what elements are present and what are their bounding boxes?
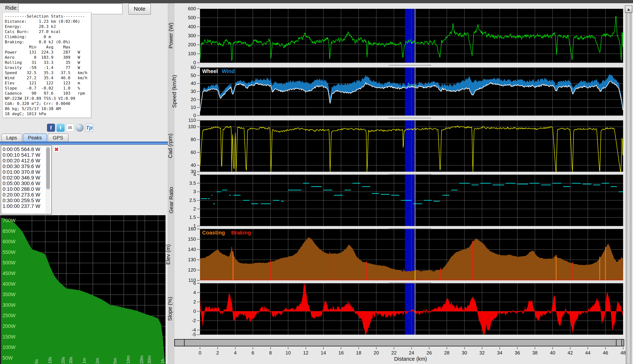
meanmax-ytick: 650W — [2, 228, 16, 234]
ytick-power: 600 — [176, 6, 196, 12]
xtick-label: 32 — [475, 350, 489, 356]
chart-separator[interactable] — [200, 64, 623, 67]
separator-slider[interactable] — [389, 174, 431, 174]
xtick-label: 14 — [316, 350, 331, 356]
ytick-elevation: 160 — [176, 226, 196, 232]
legend-braking: Braking — [231, 230, 251, 236]
peak-row[interactable]: 0:00:30 379.6 W — [2, 164, 51, 169]
selection-stats-panel: ---------Selection Stats--------- Distan… — [2, 12, 91, 118]
ytick-slope: 2 — [176, 299, 196, 305]
ytick-gear: 1.5 — [176, 214, 196, 220]
ytick-gear: 2 — [176, 206, 196, 212]
legend-wind: Wind — [222, 68, 235, 74]
ytick-slope: 0 — [176, 308, 196, 314]
xtick-label: 2 — [210, 350, 225, 356]
twitter-icon[interactable]: t — [56, 124, 64, 132]
ytick-slope: 6 — [176, 280, 196, 286]
xtick-label: 8 — [263, 350, 278, 356]
xtick-label: 10 — [281, 350, 296, 356]
ytick-elevation: 120 — [176, 267, 196, 273]
peak-row[interactable]: 1:00:00 237.7 W — [2, 203, 51, 209]
hscroll-left-button-divider — [184, 340, 184, 346]
meanmax-ytick: 200W — [2, 324, 16, 329]
xtick-label: 30 — [457, 350, 472, 356]
xtick-label: 0 — [193, 350, 207, 356]
tabs-row: LapsPeaksGPS — [1, 134, 68, 142]
peak-row[interactable]: 0:01:00 370.8 W — [2, 169, 51, 175]
ytick-cadence: 60 — [176, 150, 196, 155]
chart-separator[interactable] — [200, 227, 623, 228]
google-earth-icon[interactable] — [76, 124, 84, 132]
axis-title-gear: Gear Ratio — [168, 187, 174, 213]
xtick-label: 16 — [334, 350, 348, 356]
email-icon[interactable]: ✉ — [66, 124, 74, 132]
trainingpeaks-icon[interactable]: Tp — [85, 124, 93, 132]
tab-laps[interactable]: Laps — [1, 134, 22, 142]
ytick-slope: 4 — [176, 290, 196, 296]
separator-slider[interactable] — [389, 228, 431, 229]
meanmax-xtick: 5m — [113, 358, 118, 364]
peak-row[interactable]: 0:00:20 412.6 W — [2, 158, 51, 164]
peak-row[interactable]: 0:05:00 300.6 W — [2, 180, 51, 186]
axis-title-speed: Speed (km/h) — [171, 75, 178, 108]
peaks-close-button[interactable]: ✖ — [53, 146, 60, 153]
chart-separator[interactable] — [200, 172, 623, 174]
xtick-label: 28 — [440, 350, 454, 356]
xtick-label: 26 — [422, 350, 436, 356]
xtick-label: 6 — [246, 350, 260, 356]
chart-separator[interactable] — [200, 281, 623, 283]
peak-row[interactable]: 0:00:05 564.8 W — [2, 146, 51, 152]
meanmax-ytick: 150W — [2, 334, 16, 340]
collapse-button[interactable]: ▲ — [625, 6, 632, 13]
charts-canvas[interactable] — [0, 0, 633, 364]
meanmax-ytick: 500W — [2, 260, 16, 266]
xtick-label: 18 — [351, 350, 366, 356]
separator-slider[interactable] — [389, 282, 431, 283]
xtick-label: 12 — [298, 350, 313, 356]
ytick-elevation: 150 — [176, 236, 196, 242]
meanmax-xtick: 10m — [126, 356, 131, 364]
tab-peaks[interactable]: Peaks — [23, 134, 47, 142]
peaks-scrollbar-thumb[interactable] — [46, 147, 50, 189]
separator-slider[interactable] — [389, 65, 431, 66]
ytick-elevation: 130 — [176, 257, 196, 262]
peak-row[interactable]: 0:20:00 273.6 W — [2, 192, 51, 198]
meanmax-xtick: 20m — [139, 356, 144, 364]
meanmax-ytick: 100W — [2, 344, 16, 350]
ytick-power: 400 — [176, 24, 196, 30]
ytick-cadence: 100 — [176, 124, 196, 130]
ytick-cadence: 80 — [176, 137, 196, 142]
xtick-label: 34 — [492, 350, 507, 356]
meanmax-ytick: 250W — [2, 313, 16, 318]
peak-row[interactable]: 0:00:10 541.7 W — [2, 152, 51, 158]
xtick-label: 44 — [580, 350, 595, 356]
meanmax-xtick: 20s — [61, 357, 66, 364]
vertical-scrollbar-track[interactable] — [626, 13, 632, 364]
peak-row[interactable]: 0:30:00 259.5 W — [2, 198, 51, 203]
axis-title-power: Power (W) — [168, 22, 174, 48]
meanmax-xtick: 1h — [160, 359, 165, 364]
note-button[interactable]: Note — [128, 3, 151, 15]
ytick-slope: -2 — [176, 318, 196, 324]
xtick-label: 42 — [563, 350, 578, 356]
meanmax-ytick: 300W — [2, 302, 16, 308]
ytick-power: 100 — [176, 51, 196, 56]
ytick-elevation: 140 — [176, 246, 196, 252]
meanmax-xtick: 1m — [82, 358, 87, 364]
ytick-gear: 3.5 — [176, 180, 196, 186]
ytick-gear: 3 — [176, 189, 196, 194]
chart-separator[interactable] — [200, 116, 623, 120]
horizontal-scrollbar[interactable] — [174, 339, 624, 346]
peaks-list: 0:00:05 564.8 W0:00:10 541.7 W0:00:20 41… — [2, 146, 51, 209]
ytick-speed: 40 — [176, 80, 196, 86]
separator-slider[interactable] — [389, 118, 431, 118]
tab-gps[interactable]: GPS — [48, 134, 68, 142]
axis-title-elevation: Elev (m) — [165, 244, 171, 265]
peak-row[interactable]: 0:02:00 346.9 W — [2, 175, 51, 180]
ytick-speed: 50 — [176, 73, 196, 78]
peak-row[interactable]: 0:10:00 288.0 W — [2, 186, 51, 192]
facebook-icon[interactable]: f — [47, 124, 55, 132]
tab-accent-bar — [0, 142, 168, 144]
xtick-label: 36 — [510, 350, 525, 356]
xtick-label: 46 — [598, 350, 613, 356]
